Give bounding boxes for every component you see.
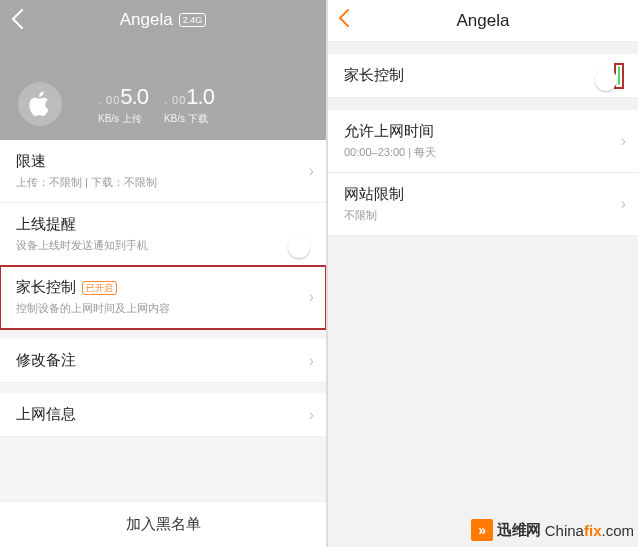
watermark-en: Chinafix.com	[545, 522, 634, 539]
row-title: 家长控制	[344, 66, 404, 85]
section-gap	[0, 383, 326, 393]
chevron-right-icon: ›	[309, 288, 314, 306]
row-title: 允许上网时间	[344, 122, 434, 141]
row-subtitle: 控制设备的上网时间及上网内容	[16, 301, 310, 316]
chevron-right-icon: ›	[309, 162, 314, 180]
settings-list: 限速 上传：不限制 | 下载：不限制 › 上线提醒 设备上线时发送通知到手机 家…	[0, 140, 326, 437]
watermark: » 迅维网 Chinafix.com	[471, 519, 634, 541]
allow-time-row[interactable]: 允许上网时间 00:00–23:00 | 每天 ›	[328, 110, 638, 173]
parental-control-row[interactable]: 家长控制 已开启 控制设备的上网时间及上网内容 ›	[0, 266, 326, 329]
row-subtitle: 00:00–23:00 | 每天	[344, 145, 622, 160]
wifi-band-badge: 2.4G	[179, 13, 207, 27]
header: Angela	[328, 0, 638, 42]
upload-stat: . 005.0 KB/s 上传	[98, 84, 148, 126]
device-name: Angela	[120, 10, 173, 30]
row-subtitle: 设备上线时发送通知到手机	[16, 238, 310, 253]
device-detail-screen: Angela 2.4G . 005.0 KB/s 上传 . 001.0 KB/s…	[0, 0, 328, 547]
edit-remark-row[interactable]: 修改备注 ›	[0, 339, 326, 383]
parental-control-screen: Angela 家长控制 允许上网时间 00:00–23:00 | 每天 › 网站…	[328, 0, 638, 547]
row-title: 上线提醒	[16, 215, 76, 234]
parental-toggle[interactable]	[614, 63, 624, 89]
section-gap	[0, 329, 326, 339]
header-title: Angela	[457, 11, 510, 31]
speed-limit-row[interactable]: 限速 上传：不限制 | 下载：不限制 ›	[0, 140, 326, 203]
chevron-right-icon: ›	[621, 195, 626, 213]
chevron-right-icon: ›	[309, 352, 314, 370]
chevron-right-icon: ›	[621, 132, 626, 150]
enabled-badge: 已开启	[82, 281, 117, 295]
download-stat: . 001.0 KB/s 下载	[164, 84, 214, 126]
watermark-icon: »	[471, 519, 493, 541]
watermark-cn: 迅维网	[497, 521, 541, 540]
site-limit-row[interactable]: 网站限制 不限制 ›	[328, 173, 638, 236]
row-title: 网站限制	[344, 185, 404, 204]
back-icon[interactable]	[10, 8, 24, 36]
row-subtitle: 不限制	[344, 208, 622, 223]
footer-label: 加入黑名单	[126, 515, 201, 534]
row-title: 修改备注	[16, 351, 76, 370]
back-icon[interactable]	[338, 8, 350, 34]
header-title: Angela 2.4G	[120, 10, 206, 30]
row-title: 上网信息	[16, 405, 76, 424]
section-gap	[328, 42, 638, 54]
row-title: 限速	[16, 152, 46, 171]
device-header: Angela 2.4G . 005.0 KB/s 上传 . 001.0 KB/s…	[0, 0, 326, 140]
device-avatar	[18, 82, 62, 126]
row-title: 家长控制	[16, 278, 76, 297]
section-gap	[328, 98, 638, 110]
parental-toggle-row[interactable]: 家长控制	[328, 54, 638, 98]
chevron-right-icon: ›	[309, 406, 314, 424]
blacklist-button[interactable]: 加入黑名单	[0, 501, 326, 547]
network-info-row[interactable]: 上网信息 ›	[0, 393, 326, 437]
apple-icon	[29, 91, 51, 117]
online-alert-row[interactable]: 上线提醒 设备上线时发送通知到手机	[0, 203, 326, 266]
row-subtitle: 上传：不限制 | 下载：不限制	[16, 175, 310, 190]
